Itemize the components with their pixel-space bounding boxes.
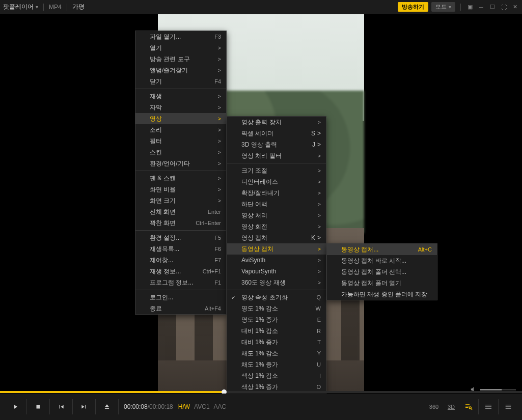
menu-item[interactable]: 방송 관련 도구> [135, 53, 226, 65]
menu-item[interactable]: 환경 설정...F5 [135, 232, 226, 243]
menu-item[interactable]: AviSynth> [227, 255, 326, 266]
menu-item[interactable]: 화면 비율> [135, 184, 226, 195]
menu-item[interactable]: 로그인... [135, 292, 226, 303]
menu-item[interactable]: 픽셀 셰이더S> [227, 128, 326, 139]
menu-item[interactable]: 영상 출력 장치> [227, 117, 326, 128]
menu-item-label: 방송 관련 도구 [150, 55, 190, 64]
menu-item[interactable]: 하단 여백> [227, 199, 326, 210]
hw-decode-label[interactable]: H/W [178, 403, 190, 410]
menu-item[interactable]: 가능하면 재생 중인 폴더에 저장 [327, 289, 437, 300]
menu-item[interactable]: 3D 영상 출력J> [227, 139, 326, 150]
menu-item[interactable]: 화면 크기> [135, 195, 226, 206]
menu-item-label: 파일 열기... [150, 33, 181, 41]
menu-item[interactable]: 닫기F4 [135, 76, 226, 87]
menu-item-label: 영상 속성 초기화 [241, 293, 288, 302]
pin-icon[interactable]: ▣ [466, 3, 474, 11]
menu-item[interactable]: VapourSynth> [227, 266, 326, 277]
menu-item[interactable]: 전체 화면Enter [135, 206, 226, 217]
playlist-button[interactable] [500, 394, 517, 420]
menu-item[interactable]: 환경/언어/기타> [135, 158, 226, 169]
menu-item[interactable]: 파일 열기...F3 [135, 31, 226, 42]
chevron-right-icon: > [318, 246, 321, 252]
menu-item-label: 화면 크기 [150, 197, 176, 205]
chevron-right-icon: > [218, 67, 221, 73]
menu-item[interactable]: 대비 1% 증가T [227, 337, 326, 348]
play-button[interactable] [5, 394, 25, 420]
maximize-icon[interactable]: ⛶ [500, 3, 508, 11]
close-icon[interactable]: ✕ [511, 3, 519, 11]
menu-item-label: 자막 [150, 103, 162, 112]
menu-item[interactable]: 꽉찬 화면Ctrl+Enter [135, 217, 226, 229]
menu-item[interactable]: 크기 조절> [227, 165, 326, 176]
menu-item-label: 재생목록... [150, 245, 179, 254]
settings-button[interactable] [480, 394, 497, 420]
menu-item[interactable]: 동영상 캡처 폴더 열기 [327, 277, 437, 289]
menu-item[interactable]: 재생> [135, 91, 226, 102]
menu-item[interactable]: 명도 1% 증가E [227, 314, 326, 325]
menu-shortcut: S [311, 130, 315, 137]
volume-slider[interactable] [480, 389, 516, 390]
menu-item[interactable]: 프로그램 정보...F1 [135, 277, 226, 288]
menu-item[interactable]: 스킨> [135, 147, 226, 158]
menu-item[interactable]: 자막> [135, 102, 226, 113]
menu-item[interactable]: 재생목록...F6 [135, 243, 226, 255]
3d-button[interactable]: 3D [443, 394, 460, 420]
menu-item[interactable]: 채도 1% 감소Y [227, 348, 326, 359]
menu-item[interactable]: 확장/잘라내기> [227, 187, 326, 199]
video-stage[interactable]: 파일 열기...F3열기>방송 관련 도구>앨범/즐겨찾기>닫기F4재생>자막>… [0, 14, 522, 391]
chevron-right-icon: > [318, 268, 321, 274]
menu-item[interactable]: 필터> [135, 135, 226, 147]
menu-item-label: 전체 화면 [150, 208, 176, 216]
menu-item[interactable]: 360도 영상 재생> [227, 277, 326, 288]
menu-item[interactable]: 대비 1% 감소R [227, 325, 326, 337]
menu-shortcut: I [319, 373, 321, 379]
menu-item[interactable]: 소리> [135, 124, 226, 135]
menu-item-label: 영상 캡처 [241, 234, 267, 242]
menu-item[interactable]: 영상 처리> [227, 210, 326, 221]
menu-item[interactable]: 앨범/즐겨찾기> [135, 65, 226, 76]
menu-item[interactable]: 동영상 캡처 폴더 선택... [327, 266, 437, 277]
menu-item[interactable]: 동영상 캡처> [227, 243, 326, 255]
eject-button[interactable] [97, 394, 117, 420]
menu-item-label: 하단 여백 [241, 200, 267, 209]
broadcast-button[interactable]: 방송하기 [398, 2, 428, 12]
menu-item[interactable]: 종료Alt+F4 [135, 303, 226, 314]
chevron-right-icon: > [318, 119, 321, 125]
menu-shortcut: F7 [214, 257, 221, 263]
prev-button[interactable] [51, 394, 71, 420]
restore-icon[interactable]: ☐ [488, 3, 497, 11]
menu-item[interactable]: 영상> [135, 113, 226, 124]
menu-item[interactable]: 재생 정보...Ctrl+F1 [135, 266, 226, 277]
menu-item[interactable]: 동영상 캡처...Alt+C [327, 244, 437, 255]
app-menu[interactable]: 팟플레이어 ▾ [3, 3, 38, 11]
menu-item[interactable]: 명도 1% 감소W [227, 303, 326, 314]
context-menu-main: 파일 열기...F3열기>방송 관련 도구>앨범/즐겨찾기>닫기F4재생>자막>… [135, 31, 227, 315]
mode-button[interactable]: 모드 ▾ [431, 2, 455, 12]
menu-shortcut: K [311, 234, 315, 241]
menu-item[interactable]: 영상 캡처K> [227, 232, 326, 243]
menu-item-label: 명도 1% 감소 [241, 304, 278, 313]
menu-item[interactable]: 채도 1% 증가U [227, 359, 326, 370]
menu-item[interactable]: 색상 1% 감소I [227, 370, 326, 381]
menu-item[interactable]: 팬 & 스캔> [135, 173, 226, 184]
menu-item[interactable]: 영상 처리 필터> [227, 150, 326, 161]
menu-shortcut: O [316, 384, 321, 390]
menu-shortcut: Alt+C [418, 246, 432, 253]
menu-item-label: 채도 1% 감소 [241, 349, 278, 358]
360-button[interactable]: 360 [425, 394, 443, 420]
menu-item[interactable]: 영상 속성 초기화Q [227, 292, 326, 303]
menu-item[interactable]: 열기> [135, 42, 226, 53]
search-playlist-button[interactable] [460, 394, 477, 420]
menu-item-label: 재생 [150, 92, 162, 101]
menu-item-label: 제어창... [150, 256, 173, 265]
seek-bar[interactable] [0, 391, 522, 393]
minimize-icon[interactable]: ─ [477, 3, 485, 11]
next-button[interactable] [74, 394, 94, 420]
menu-item[interactable]: 동영상 캡처 바로 시작... [327, 255, 437, 266]
menu-shortcut: F1 [214, 279, 221, 286]
menu-item[interactable]: 제어창...F7 [135, 255, 226, 266]
menu-item[interactable]: 디인터레이스> [227, 176, 326, 187]
stop-button[interactable] [28, 394, 48, 420]
menu-item-label: 대비 1% 증가 [241, 338, 278, 347]
menu-item[interactable]: 영상 회전> [227, 221, 326, 232]
